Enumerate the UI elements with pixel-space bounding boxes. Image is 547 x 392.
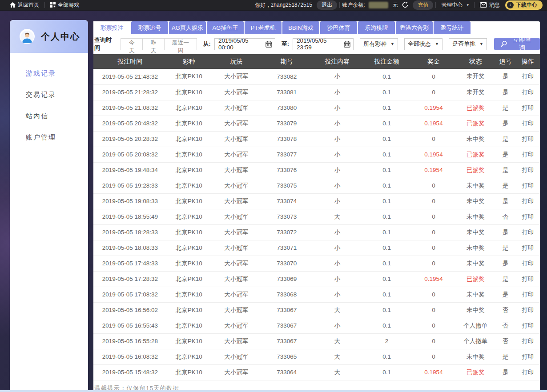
- filter-select-0[interactable]: 所有彩种▼: [360, 38, 398, 50]
- cell-issue: 733069: [261, 271, 312, 287]
- tab-2[interactable]: AG真人娱乐: [169, 21, 206, 34]
- calendar-icon[interactable]: [265, 41, 272, 48]
- cell-chase: 是: [495, 193, 516, 209]
- cell-amount: 0.1: [362, 193, 411, 209]
- cell-content: 大: [312, 349, 362, 364]
- print-link[interactable]: 打印: [516, 302, 540, 318]
- cell-amount: 0.1: [362, 318, 411, 333]
- tab-7[interactable]: 乐游棋牌: [358, 21, 395, 34]
- filter-select-1[interactable]: 全部状态▼: [404, 38, 442, 50]
- cell-prize: 0: [411, 224, 456, 240]
- cell-lottery: 北京PK10: [167, 318, 211, 333]
- print-link[interactable]: 打印: [516, 193, 540, 209]
- cell-status: 未中奖: [456, 240, 495, 256]
- sidebar-item-3[interactable]: 账户管理: [10, 132, 88, 153]
- messages-link[interactable]: 消息: [475, 0, 505, 10]
- recharge-button[interactable]: 充值: [413, 0, 433, 10]
- tab-1[interactable]: 彩票追号: [131, 21, 168, 34]
- tab-8[interactable]: 香港六合彩: [396, 21, 433, 34]
- cell-issue: 733067: [261, 318, 312, 333]
- cell-bet-time: 2019-05-05 17:08:32: [93, 287, 167, 302]
- quick-range-button-1[interactable]: 昨天: [142, 38, 165, 50]
- envelope-icon: [480, 2, 487, 8]
- cell-bet-time: 2019-05-05 20:08:32: [93, 147, 167, 162]
- print-link[interactable]: 打印: [516, 333, 540, 349]
- print-link[interactable]: 打印: [516, 349, 540, 364]
- tab-3[interactable]: AG捕鱼王: [207, 21, 244, 34]
- print-link[interactable]: 打印: [516, 131, 540, 147]
- tab-9[interactable]: 盈亏统计: [434, 21, 471, 34]
- sidebar-item-1[interactable]: 交易记录: [10, 89, 88, 111]
- table-row: 2019-05-05 16:55:28北京PK10大小冠军733067大20个人…: [93, 333, 540, 349]
- search-icon: [500, 40, 507, 48]
- sidebar-item-0[interactable]: 游戏记录: [10, 68, 88, 89]
- admin-center-menu[interactable]: 管理中心 ▾: [436, 0, 474, 10]
- grid-icon: [50, 2, 56, 8]
- cell-amount: 0.1: [362, 287, 411, 302]
- quick-range-button-0[interactable]: 今天: [121, 38, 143, 50]
- tab-6[interactable]: 沙巴体育: [320, 21, 357, 34]
- print-link[interactable]: 打印: [516, 318, 540, 333]
- cell-lottery: 北京PK10: [167, 193, 211, 209]
- filter-bar: 查询时间 今天昨天最近一周 从: 2019/05/05 00:00 至: 201…: [94, 38, 540, 50]
- query-button[interactable]: 立即查询: [494, 38, 540, 50]
- print-link[interactable]: 打印: [516, 287, 540, 302]
- print-link[interactable]: 打印: [516, 84, 540, 100]
- cell-chase: 是: [495, 131, 516, 147]
- cell-bet-time: 2019-05-05 16:08:32: [93, 349, 167, 364]
- cell-issue: 733082: [261, 69, 312, 84]
- print-link[interactable]: 打印: [516, 271, 540, 287]
- cell-chase: 是: [495, 240, 516, 256]
- table-row: 2019-05-05 21:08:32北京PK10大小冠军733080小0.10…: [93, 100, 540, 116]
- logout-button[interactable]: 退出: [317, 0, 337, 10]
- cell-chase: 是: [495, 287, 516, 302]
- cell-lottery: 北京PK10: [167, 100, 211, 116]
- print-link[interactable]: 打印: [516, 240, 540, 256]
- tab-0[interactable]: 彩票投注: [93, 21, 130, 34]
- quick-range-button-2[interactable]: 最近一周: [164, 38, 197, 50]
- cell-lottery: 北京PK10: [167, 240, 211, 256]
- back-home-label: 返回首页: [18, 1, 39, 9]
- column-header-3: 期号: [261, 54, 312, 69]
- cell-bet-time: 2019-05-05 18:55:49: [93, 209, 167, 224]
- cell-prize: 0.1954: [411, 100, 456, 116]
- tab-4[interactable]: PT老虎机: [245, 21, 282, 34]
- download-center-button[interactable]: ↓ 下载中心: [505, 0, 543, 10]
- column-header-7: 状态: [456, 54, 495, 69]
- print-link[interactable]: 打印: [516, 209, 540, 224]
- print-link[interactable]: 打印: [516, 69, 540, 84]
- all-games-link[interactable]: 全部游戏: [45, 0, 84, 10]
- back-home-link[interactable]: 返回首页: [4, 0, 44, 10]
- from-date-input[interactable]: 2019/05/05 00:00: [214, 38, 275, 50]
- sidebar-item-2[interactable]: 站内信: [10, 111, 88, 132]
- cell-chase: 是: [495, 69, 516, 84]
- calendar-icon[interactable]: [344, 41, 350, 48]
- cell-lottery: 北京PK10: [167, 209, 211, 224]
- print-link[interactable]: 打印: [516, 116, 540, 131]
- print-link[interactable]: 打印: [516, 364, 540, 380]
- print-link[interactable]: 打印: [516, 224, 540, 240]
- filter-select-2[interactable]: 是否单挑▼: [449, 38, 487, 50]
- to-date-input[interactable]: 2019/05/05 23:59: [293, 38, 354, 50]
- print-link[interactable]: 打印: [516, 147, 540, 162]
- topbar-divider: [339, 2, 340, 8]
- print-link[interactable]: 打印: [516, 178, 540, 193]
- print-link[interactable]: 打印: [516, 256, 540, 271]
- cell-issue: 733065: [261, 349, 312, 364]
- cell-bet-time: 2019-05-05 21:08:32: [93, 100, 167, 116]
- table-row: 2019-05-05 19:48:34北京PK10大小冠军733076小0.10…: [93, 162, 540, 178]
- cell-content: 小: [312, 69, 362, 84]
- tab-5[interactable]: BBIN游戏: [282, 21, 319, 34]
- cell-content: 小: [312, 193, 362, 209]
- cell-lottery: 北京PK10: [167, 162, 211, 178]
- cell-amount: 0.1: [362, 302, 411, 318]
- cell-lottery: 北京PK10: [167, 116, 211, 131]
- print-link[interactable]: 打印: [516, 162, 540, 178]
- from-date-value: 2019/05/05 00:00: [218, 37, 262, 51]
- cell-status: 已派奖: [456, 100, 495, 116]
- table-row: 2019-05-05 16:55:43北京PK10大小冠军733067小0.10…: [93, 318, 540, 333]
- print-link[interactable]: 打印: [516, 100, 540, 116]
- refresh-balance-icon[interactable]: [402, 2, 408, 8]
- cell-bet-time: 2019-05-05 20:28:32: [93, 131, 167, 147]
- cell-bet-time: 2019-05-05 19:28:33: [93, 178, 167, 193]
